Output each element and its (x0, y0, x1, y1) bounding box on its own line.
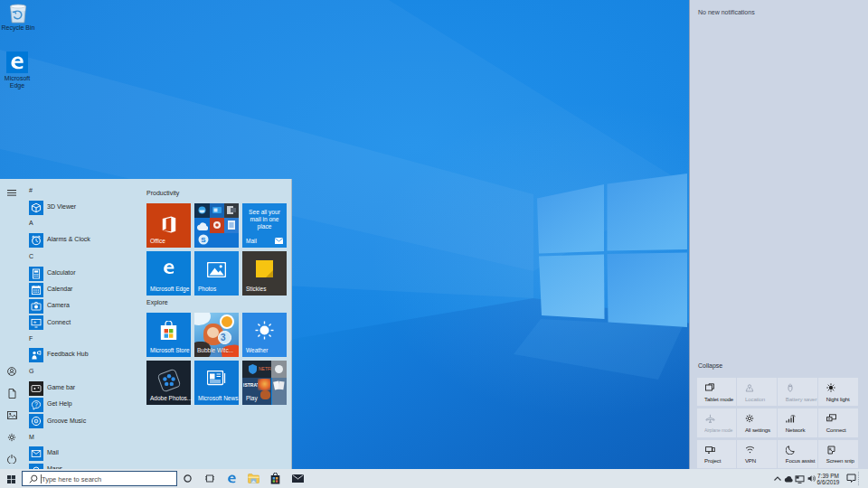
svg-text:?: ? (34, 401, 38, 408)
svg-text:S: S (201, 236, 206, 244)
